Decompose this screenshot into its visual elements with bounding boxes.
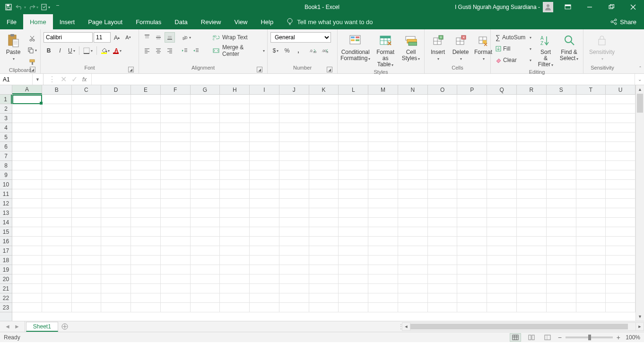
cell[interactable] [191, 151, 220, 161]
cell[interactable] [12, 303, 42, 312]
redo-icon[interactable]: ▾ [27, 1, 39, 13]
cell[interactable] [279, 180, 309, 189]
cell[interactable] [131, 199, 161, 208]
cell[interactable] [457, 170, 487, 180]
cell[interactable] [161, 246, 191, 256]
cell[interactable] [101, 265, 131, 274]
cell[interactable] [576, 170, 606, 180]
column-header[interactable]: R [517, 85, 547, 94]
cell[interactable] [487, 246, 517, 256]
cell[interactable] [576, 151, 606, 161]
cell[interactable] [12, 142, 42, 151]
cell[interactable] [42, 104, 72, 114]
cell[interactable] [339, 104, 368, 114]
cell[interactable] [161, 256, 191, 265]
cell[interactable] [220, 256, 250, 265]
sheet-prev-icon[interactable]: ◄ [5, 323, 10, 330]
column-header[interactable]: S [547, 85, 576, 94]
percent-format-button[interactable]: % [282, 45, 292, 56]
name-box-input[interactable] [0, 74, 32, 85]
cell[interactable] [191, 104, 220, 114]
column-header[interactable]: Q [487, 85, 517, 94]
cell[interactable] [368, 265, 398, 274]
insert-cells-button[interactable]: + Insert▾ [427, 32, 448, 63]
row-header[interactable]: 6 [0, 142, 12, 151]
cell[interactable] [72, 227, 102, 237]
cell[interactable] [398, 189, 428, 199]
cell[interactable] [457, 133, 487, 142]
decrease-indent-button[interactable] [180, 45, 190, 56]
cell[interactable] [487, 265, 517, 274]
cell[interactable] [279, 189, 309, 199]
alignment-dialog-launcher[interactable]: ◢ [257, 67, 262, 72]
cell[interactable] [72, 237, 102, 246]
cell[interactable] [517, 199, 547, 208]
cell[interactable] [428, 189, 458, 199]
cell[interactable] [279, 246, 309, 256]
cell[interactable] [339, 123, 368, 133]
cell[interactable] [457, 199, 487, 208]
cell[interactable] [191, 237, 220, 246]
cell[interactable] [428, 227, 458, 237]
cell[interactable] [547, 199, 576, 208]
cell[interactable] [42, 151, 72, 161]
cell[interactable] [517, 189, 547, 199]
cell[interactable] [12, 170, 42, 180]
cell[interactable] [131, 95, 161, 104]
cell[interactable] [339, 237, 368, 246]
cell[interactable] [368, 114, 398, 123]
cell[interactable] [12, 189, 42, 199]
cell[interactable] [428, 208, 458, 218]
cell[interactable] [576, 95, 606, 104]
cell[interactable] [131, 274, 161, 284]
row-header[interactable]: 14 [0, 218, 12, 227]
cell[interactable] [309, 246, 339, 256]
cell[interactable] [487, 256, 517, 265]
cell[interactable] [250, 265, 279, 274]
row-header[interactable]: 21 [0, 284, 12, 293]
cell[interactable] [487, 189, 517, 199]
cell[interactable] [309, 208, 339, 218]
cell[interactable] [398, 246, 428, 256]
row-header[interactable]: 16 [0, 237, 12, 246]
cell[interactable] [398, 208, 428, 218]
hscroll-thumb[interactable] [410, 324, 628, 329]
cell[interactable] [517, 208, 547, 218]
cell[interactable] [12, 123, 42, 133]
cell[interactable] [487, 199, 517, 208]
cell[interactable] [517, 170, 547, 180]
row-header[interactable]: 5 [0, 133, 12, 142]
cell[interactable] [309, 170, 339, 180]
font-name-combo[interactable] [44, 32, 93, 43]
cell[interactable] [161, 274, 191, 284]
row-header[interactable]: 1 [0, 95, 12, 104]
accounting-format-button[interactable]: $▾ [270, 45, 281, 56]
cell[interactable] [517, 218, 547, 227]
cell[interactable] [487, 114, 517, 123]
cell[interactable] [428, 284, 458, 293]
row-header[interactable]: 8 [0, 161, 12, 170]
cell[interactable] [428, 104, 458, 114]
cell[interactable] [250, 237, 279, 246]
cell[interactable] [72, 284, 102, 293]
cell[interactable] [606, 95, 635, 104]
cell[interactable] [576, 133, 606, 142]
align-middle-button[interactable] [153, 32, 164, 43]
cell[interactable] [220, 208, 250, 218]
cell[interactable] [12, 161, 42, 170]
cell[interactable] [250, 161, 279, 170]
cell[interactable] [309, 180, 339, 189]
cell[interactable] [72, 189, 102, 199]
cell[interactable] [428, 95, 458, 104]
cell[interactable] [339, 114, 368, 123]
cell[interactable] [42, 284, 72, 293]
cell[interactable] [131, 208, 161, 218]
cell[interactable] [428, 237, 458, 246]
cell[interactable] [457, 218, 487, 227]
cell[interactable] [220, 284, 250, 293]
row-header[interactable]: 19 [0, 265, 12, 274]
cell[interactable] [457, 265, 487, 274]
cell[interactable] [12, 151, 42, 161]
cell[interactable] [339, 265, 368, 274]
paste-button[interactable]: Paste▾ [3, 32, 24, 63]
